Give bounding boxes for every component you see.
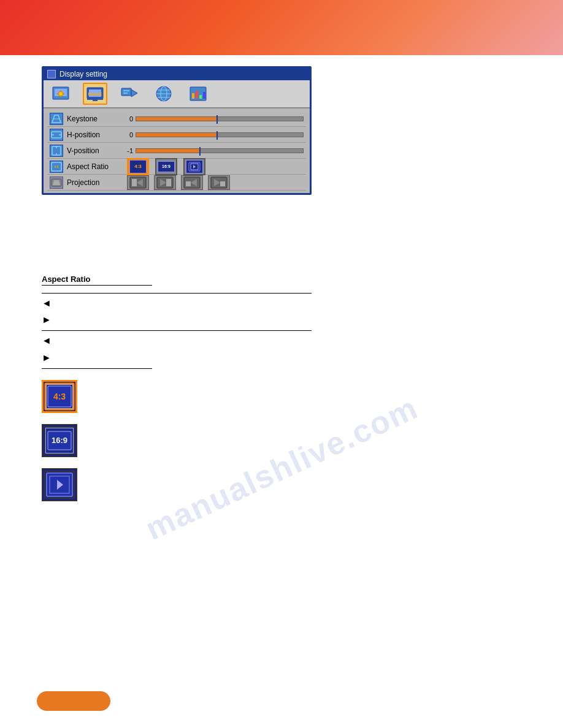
big-icon-4-3-section: 4:3 <box>42 380 526 413</box>
svg-text:IMAGE: IMAGE <box>88 92 102 96</box>
keystone-icon <box>50 113 63 125</box>
svg-rect-54 <box>186 181 191 186</box>
keystone-label: Keystone <box>67 115 122 123</box>
keystone-value: 0 <box>122 115 133 123</box>
hposition-value: 0 <box>122 131 133 138</box>
projection-label: Projection <box>67 178 122 187</box>
vposition-slider[interactable] <box>136 146 304 155</box>
big-icon-16-9: 16:9 <box>42 424 77 457</box>
svg-rect-11 <box>87 99 93 100</box>
aspect-ratio-row-icon: 4:3 <box>50 161 63 173</box>
display-setting-panel: Display setting IMAGE <box>42 66 312 195</box>
right-arrow-1: ► <box>42 314 54 325</box>
divider-3 <box>42 368 152 369</box>
keystone-row: Keystone 0 <box>47 111 306 127</box>
divider-1 <box>42 293 312 294</box>
svg-rect-26 <box>199 95 202 99</box>
svg-rect-12 <box>97 99 103 100</box>
big-icon-4-3: 4:3 <box>42 380 77 413</box>
big-icon-zoom-section <box>42 468 526 501</box>
svg-rect-57 <box>220 181 225 186</box>
aspect-zoom-btn[interactable] <box>183 158 205 175</box>
svg-rect-13 <box>93 99 98 101</box>
toolbar-network-icon[interactable] <box>151 83 176 105</box>
bottom-pill <box>37 691 110 711</box>
aspect-ratio-section-title: Aspect Ratio <box>42 275 90 284</box>
projection-row: Projection <box>47 175 306 191</box>
aspect-ratio-label: Aspect Ratio <box>67 162 122 171</box>
hposition-icon <box>50 129 63 141</box>
svg-text:4:3: 4:3 <box>53 392 66 401</box>
arrow-row-2: ► <box>42 314 526 325</box>
svg-rect-27 <box>203 92 205 99</box>
right-arrow-2: ► <box>42 352 54 363</box>
svg-text:16:9: 16:9 <box>52 436 67 445</box>
vposition-row: V-position -1 <box>47 143 306 159</box>
top-banner <box>0 0 563 55</box>
hposition-row: H-position 0 <box>47 127 306 143</box>
arrow-row-3: ◄ <box>42 335 526 346</box>
aspect-16-9-btn[interactable]: 16:9 <box>155 158 177 175</box>
svg-rect-59 <box>44 382 75 411</box>
vposition-icon <box>50 145 63 157</box>
panel-titlebar-icon <box>47 70 56 78</box>
divider-2 <box>42 330 312 331</box>
svg-rect-65 <box>48 431 71 450</box>
toolbar-info-icon[interactable] <box>186 83 210 105</box>
svg-rect-14 <box>121 88 131 96</box>
hposition-slider[interactable] <box>136 131 304 139</box>
arrow-row-1: ◄ <box>42 297 526 309</box>
left-arrow-2: ◄ <box>42 335 54 346</box>
big-icon-16-9-section: 16:9 <box>42 424 526 457</box>
toolbar-display-icon[interactable] <box>48 83 73 105</box>
aspect-ratio-row: 4:3 Aspect Ratio 4:3 16:9 <box>47 159 306 175</box>
toolbar-image-icon[interactable]: IMAGE <box>83 83 107 105</box>
svg-marker-15 <box>131 89 137 97</box>
svg-text:4:3: 4:3 <box>54 165 58 169</box>
arrow-row-4: ► <box>42 352 526 363</box>
proj-flip-hv-btn[interactable] <box>208 175 230 190</box>
projection-options <box>127 175 230 190</box>
vposition-value: -1 <box>122 147 133 154</box>
svg-marker-46 <box>53 180 60 185</box>
svg-rect-61 <box>48 386 71 407</box>
svg-point-3 <box>59 93 62 95</box>
aspect-4-3-btn[interactable]: 4:3 <box>127 158 149 175</box>
proj-flip-v-btn[interactable] <box>181 175 203 190</box>
proj-flip-h-btn[interactable] <box>154 175 176 190</box>
svg-rect-60 <box>45 384 74 409</box>
section-aspect-title-block: Aspect Ratio <box>42 275 526 286</box>
main-content: Aspect Ratio ◄ ► ◄ ► 4:3 <box>42 275 526 512</box>
panel-titlebar: Display setting <box>44 68 310 80</box>
left-arrow-1: ◄ <box>42 297 54 309</box>
section-title-underline: Aspect Ratio <box>42 275 152 286</box>
panel-toolbar: IMAGE <box>44 80 310 108</box>
aspect-ratio-options: 4:3 16:9 <box>127 158 205 175</box>
vposition-label: V-position <box>67 146 122 155</box>
svg-rect-24 <box>192 93 194 99</box>
toolbar-input-icon[interactable] <box>117 83 142 105</box>
hposition-label: H-position <box>67 131 122 139</box>
projection-row-icon <box>50 176 63 189</box>
panel-rows: Keystone 0 H-position 0 <box>44 108 310 193</box>
big-icon-zoom <box>42 468 77 501</box>
proj-normal-btn[interactable] <box>127 175 149 190</box>
svg-rect-64 <box>45 427 74 454</box>
svg-rect-51 <box>166 179 171 186</box>
svg-rect-63 <box>44 426 75 455</box>
panel-title: Display setting <box>59 70 107 78</box>
keystone-slider[interactable] <box>136 115 304 123</box>
svg-rect-25 <box>196 91 198 99</box>
svg-rect-48 <box>132 179 137 186</box>
